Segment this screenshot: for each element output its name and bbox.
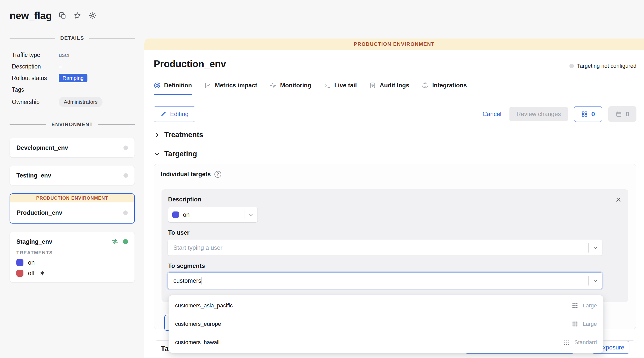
env-card-production[interactable]: PRODUCTION ENVIRONMENT Production_env [10, 193, 135, 224]
tab-audit-logs[interactable]: Audit logs [369, 82, 409, 95]
environment-heading-label: ENVIRONMENT [51, 122, 93, 127]
to-segments-value: customers [173, 277, 201, 284]
details-heading: DETAILS [10, 35, 135, 41]
terminal-icon [324, 82, 331, 89]
document-search-icon [369, 82, 376, 89]
gear-icon[interactable] [88, 11, 97, 20]
rollout-status-label: Rollout status [12, 75, 59, 82]
page-title: Production_env [154, 59, 226, 69]
calendar-counter-button[interactable]: 0 [608, 106, 636, 122]
treatments-section-header[interactable]: Treatments [154, 131, 203, 139]
editing-label: Editing [170, 111, 188, 118]
grid-count: 0 [591, 110, 595, 118]
segment-name: customers_hawaii [175, 339, 219, 346]
status-dot [569, 64, 574, 68]
divider-line [89, 38, 135, 39]
copy-icon[interactable] [59, 12, 66, 19]
to-segments-label: To segments [168, 262, 205, 269]
details-row-traffic-type: Traffic type user [12, 49, 135, 61]
env-name: Production_env [17, 209, 62, 216]
details-row-ownership: Ownership Administrators [12, 95, 135, 109]
to-user-input[interactable]: Start typing a user [168, 240, 602, 256]
segment-option-asia-pacific[interactable]: customers_asia_pacific Large [169, 296, 603, 315]
targeting-section-header[interactable]: Targeting [154, 150, 197, 158]
calendar-icon [616, 111, 622, 117]
details-row-description: Description – [12, 61, 135, 72]
production-environment-banner: PRODUCTION ENVIRONMENT [144, 39, 644, 50]
text-caret [202, 277, 202, 284]
main-panel: PRODUCTION ENVIRONMENT Production_env Ta… [144, 39, 644, 358]
to-user-placeholder: Start typing a user [173, 244, 222, 251]
env-card-staging[interactable]: Staging_env TREATMENTS on [10, 232, 135, 282]
grid-counter-button[interactable]: 0 [574, 106, 602, 122]
details-row-rollout-status: Rollout status Ramping [12, 72, 135, 84]
treatment-color-swatch [172, 211, 179, 218]
segment-size: Standard [574, 339, 597, 346]
tab-metrics-impact[interactable]: Metrics impact [205, 82, 257, 95]
targeting-title: Targeting [164, 150, 197, 158]
segment-size: Large [583, 321, 597, 327]
close-icon[interactable] [615, 196, 622, 203]
target-icon [154, 82, 160, 89]
segment-size: Large [583, 302, 597, 309]
treatment-row-on: on [16, 259, 128, 266]
details-table: Traffic type user Description – Rollout … [10, 49, 135, 109]
cancel-link[interactable]: Cancel [482, 111, 501, 118]
pulse-icon [270, 82, 277, 89]
tab-label: Live tail [334, 82, 357, 89]
segment-grid-dots-icon [572, 302, 578, 309]
ownership-label: Ownership [12, 99, 59, 105]
default-treatment-asterisk-icon [40, 270, 45, 276]
review-changes-button[interactable]: Review changes [509, 107, 568, 121]
tab-live-tail[interactable]: Live tail [324, 82, 357, 95]
to-segments-input[interactable]: customers [168, 272, 602, 289]
env-name: Testing_env [16, 172, 51, 179]
treatment-select-value: on [183, 211, 190, 218]
tab-label: Integrations [432, 82, 467, 89]
ownership-chip: Administrators [59, 97, 103, 107]
environment-heading: ENVIRONMENT [10, 122, 135, 127]
divider-line [98, 124, 135, 125]
env-name: Staging_env [16, 238, 52, 245]
tab-monitoring[interactable]: Monitoring [270, 82, 311, 95]
env-card-development[interactable]: Development_env [10, 138, 135, 158]
tab-label: Audit logs [380, 82, 409, 89]
segment-option-europe[interactable]: customers_europe Large [169, 315, 603, 333]
segment-option-hawaii[interactable]: customers_hawaii Standard [169, 333, 603, 352]
description-field-label: Description [168, 196, 201, 203]
divider-line [10, 38, 55, 39]
segment-grid-dots-icon [572, 321, 578, 327]
chevron-down-icon [154, 151, 160, 157]
env-status-dot [123, 210, 128, 215]
chevron-down-icon [244, 212, 257, 218]
rollout-status-badge: Ramping [59, 74, 87, 82]
treatment-select[interactable]: on [168, 207, 258, 223]
divider-line [10, 124, 46, 125]
status-text: Targeting not configured [577, 63, 636, 69]
segments-dropdown: customers_asia_pacific Large customers_e… [169, 295, 603, 353]
details-heading-label: DETAILS [60, 35, 84, 41]
page-header: new_flag [10, 8, 97, 24]
treatments-title: Treatments [164, 131, 203, 139]
chevron-down-icon [589, 278, 602, 284]
individual-targets-title: Individual targets [161, 171, 211, 178]
tab-label: Definition [164, 82, 192, 89]
editing-button[interactable]: Editing [154, 106, 195, 122]
screen: new_flag DETAILS Traffic type user Descr… [0, 0, 644, 358]
env-status-dot-active [123, 239, 128, 244]
tab-bar: Definition Metrics impact Monitoring Liv… [154, 82, 636, 95]
treatment-color-on [16, 259, 23, 266]
help-icon[interactable]: ? [214, 171, 221, 178]
tab-integrations[interactable]: Integrations [422, 82, 467, 95]
treatment-color-off [16, 270, 23, 277]
calendar-count: 0 [626, 110, 629, 118]
treatment-name: on [28, 259, 35, 266]
segment-name: customers_asia_pacific [175, 302, 233, 309]
tags-value: – [59, 86, 135, 93]
flag-title: new_flag [10, 10, 52, 21]
env-card-testing[interactable]: Testing_env [10, 166, 135, 185]
grid-icon [581, 111, 588, 117]
tab-definition[interactable]: Definition [154, 82, 192, 95]
star-icon[interactable] [73, 12, 81, 20]
tab-label: Monitoring [280, 82, 311, 89]
